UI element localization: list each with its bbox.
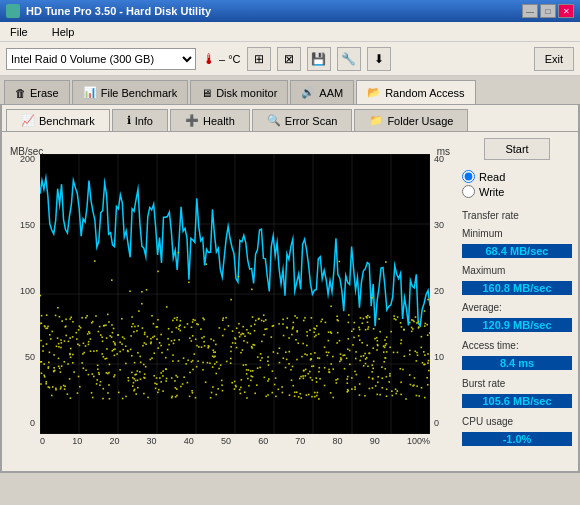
- y-right-30: 30: [434, 220, 444, 230]
- tab-file-benchmark-label: File Benchmark: [101, 87, 177, 99]
- y-right-20: 20: [434, 286, 444, 296]
- benchmark-chart: [40, 154, 430, 434]
- temp-value: – °C: [219, 53, 241, 65]
- right-panel: Start Read Write Transfer rate Minimum 6…: [456, 132, 578, 471]
- x-70: 70: [295, 436, 305, 446]
- tab-info[interactable]: ℹ Info: [112, 109, 168, 131]
- drive-select[interactable]: Intel Raid 0 Volume (300 GB): [6, 48, 196, 70]
- tab-folder-usage[interactable]: 📁 Folder Usage: [354, 109, 468, 131]
- menu-bar: File Help: [0, 22, 580, 42]
- chart-section: MB/sec ms 200 150 100 50 0 40 30 20 1: [2, 132, 456, 471]
- average-label: Average:: [462, 302, 572, 313]
- random-access-icon: 📂: [367, 86, 381, 99]
- tab-disk-monitor[interactable]: 🖥 Disk monitor: [190, 80, 288, 104]
- radio-read-input[interactable]: [462, 170, 475, 183]
- close-button[interactable]: ✕: [558, 4, 574, 18]
- main-content: MB/sec ms 200 150 100 50 0 40 30 20 1: [1, 132, 579, 472]
- tab-erase[interactable]: 🗑 Erase: [4, 80, 70, 104]
- tab-benchmark-label: Benchmark: [39, 115, 95, 127]
- x-0: 0: [40, 436, 45, 446]
- radio-group: Read Write: [462, 170, 572, 198]
- y-left-100: 100: [20, 286, 35, 296]
- x-10: 10: [72, 436, 82, 446]
- radio-read[interactable]: Read: [462, 170, 572, 183]
- tab-error-scan-label: Error Scan: [285, 115, 338, 127]
- tab-random-access[interactable]: 📂 Random Access: [356, 80, 475, 104]
- exit-button[interactable]: Exit: [534, 47, 574, 71]
- toolbar: Intel Raid 0 Volume (300 GB) 🌡 – °C ⊞ ⊠ …: [0, 42, 580, 76]
- minimum-label: Minimum: [462, 228, 572, 239]
- error-scan-icon: 🔍: [267, 114, 281, 127]
- y-axis-right: 40 30 20 10 0: [432, 154, 452, 428]
- x-100: 100%: [407, 436, 430, 446]
- y-right-40: 40: [434, 154, 444, 164]
- toolbar-btn-4[interactable]: 🔧: [337, 47, 361, 71]
- y-left-150: 150: [20, 220, 35, 230]
- access-time-value: 8.4 ms: [462, 356, 572, 370]
- x-90: 90: [370, 436, 380, 446]
- tab-health[interactable]: ➕ Health: [170, 109, 250, 131]
- toolbar-btn-5[interactable]: ⬇: [367, 47, 391, 71]
- tab-benchmark[interactable]: 📈 Benchmark: [6, 109, 110, 131]
- tab-aam-label: AAM: [319, 87, 343, 99]
- start-button[interactable]: Start: [484, 138, 549, 160]
- cpu-usage-value: -1.0%: [462, 432, 572, 446]
- x-50: 50: [221, 436, 231, 446]
- toolbar-btn-2[interactable]: ⊠: [277, 47, 301, 71]
- average-value: 120.9 MB/sec: [462, 318, 572, 332]
- restore-button[interactable]: □: [540, 4, 556, 18]
- file-benchmark-icon: 📊: [83, 86, 97, 99]
- x-60: 60: [258, 436, 268, 446]
- y-axis-left: 200 150 100 50 0: [10, 154, 38, 428]
- burst-rate-value: 105.6 MB/sec: [462, 394, 572, 408]
- y-left-200: 200: [20, 154, 35, 164]
- tab-erase-label: Erase: [30, 87, 59, 99]
- health-icon: ➕: [185, 114, 199, 127]
- cpu-usage-label: CPU usage: [462, 416, 572, 427]
- y-left-0: 0: [30, 418, 35, 428]
- aam-icon: 🔊: [301, 86, 315, 99]
- tab-info-label: Info: [135, 115, 153, 127]
- tab-folder-usage-label: Folder Usage: [387, 115, 453, 127]
- maximum-value: 160.8 MB/sec: [462, 281, 572, 295]
- radio-write-input[interactable]: [462, 185, 475, 198]
- y-left-50: 50: [25, 352, 35, 362]
- tabs-row-2: 📈 Benchmark ℹ Info ➕ Health 🔍 Error Scan…: [1, 105, 579, 132]
- y-right-10: 10: [434, 352, 444, 362]
- maximum-label: Maximum: [462, 265, 572, 276]
- burst-rate-label: Burst rate: [462, 378, 572, 389]
- app-title: HD Tune Pro 3.50 - Hard Disk Utility: [26, 5, 211, 17]
- menu-file[interactable]: File: [6, 25, 32, 39]
- toolbar-btn-1[interactable]: ⊞: [247, 47, 271, 71]
- benchmark-icon: 📈: [21, 114, 35, 127]
- tabs-row-1: 🗑 Erase 📊 File Benchmark 🖥 Disk monitor …: [0, 76, 580, 104]
- tab-error-scan[interactable]: 🔍 Error Scan: [252, 109, 353, 131]
- thermometer-icon: 🌡: [202, 51, 216, 67]
- tab-health-label: Health: [203, 115, 235, 127]
- transfer-rate-label: Transfer rate: [462, 210, 572, 221]
- x-80: 80: [333, 436, 343, 446]
- x-axis-labels: 0 10 20 30 40 50 60 70 80 90 100%: [40, 436, 430, 446]
- x-20: 20: [109, 436, 119, 446]
- tab-disk-monitor-label: Disk monitor: [216, 87, 277, 99]
- app-icon: [6, 4, 20, 18]
- temp-indicator: 🌡 – °C: [202, 51, 241, 67]
- access-time-label: Access time:: [462, 340, 572, 351]
- radio-write-label: Write: [479, 186, 504, 198]
- x-40: 40: [184, 436, 194, 446]
- menu-help[interactable]: Help: [48, 25, 79, 39]
- tab-random-access-label: Random Access: [385, 87, 464, 99]
- x-30: 30: [147, 436, 157, 446]
- tab-aam[interactable]: 🔊 AAM: [290, 80, 354, 104]
- tab-file-benchmark[interactable]: 📊 File Benchmark: [72, 80, 188, 104]
- toolbar-btn-3[interactable]: 💾: [307, 47, 331, 71]
- folder-usage-icon: 📁: [369, 114, 383, 127]
- erase-icon: 🗑: [15, 87, 26, 99]
- minimize-button[interactable]: —: [522, 4, 538, 18]
- radio-write[interactable]: Write: [462, 185, 572, 198]
- radio-read-label: Read: [479, 171, 505, 183]
- minimum-value: 68.4 MB/sec: [462, 244, 572, 258]
- title-buttons: — □ ✕: [522, 4, 574, 18]
- y-right-0: 0: [434, 418, 439, 428]
- disk-monitor-icon: 🖥: [201, 87, 212, 99]
